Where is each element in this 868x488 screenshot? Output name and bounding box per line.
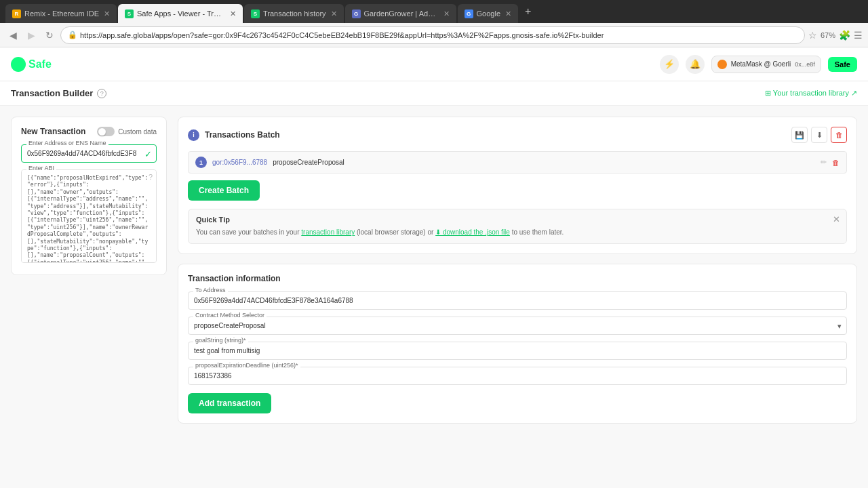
deadline-field: proposalExpirationDeadline (uint256)*: [188, 367, 847, 385]
browser-toolbar: ◀ ▶ ↻ 🔒 https://app.safe.global/apps/ope…: [0, 23, 868, 47]
safe-builder-tab-label: Safe Apps - Viewer - Trans...: [137, 9, 225, 18]
batch-info-icon: i: [188, 129, 199, 141]
tx-history-tab-label: Transaction history: [263, 9, 326, 18]
header-right: ⚡ 🔔 MetaMask @ Goerli 0x...e8f Safe: [660, 55, 857, 74]
quick-tip-library-link[interactable]: transaction library: [301, 228, 355, 236]
library-link[interactable]: ⊞ Your transaction library ↗: [765, 89, 857, 98]
address-check-icon: ✓: [144, 148, 152, 159]
transactions-batch-card: i Transactions Batch 💾 ⬇ 🗑 1 gor:0x56F9.…: [178, 117, 857, 254]
abi-field-label: Enter ABI: [26, 165, 56, 171]
remix-tab-label: Remix - Ethereum IDE: [24, 9, 99, 18]
info-icon-btn[interactable]: ?: [97, 89, 106, 98]
batch-delete-btn[interactable]: 🗑: [831, 127, 847, 143]
abi-input[interactable]: [{"name":"proposalNotExpired","type":"er…: [21, 169, 157, 263]
safe-logo-icon: [11, 57, 26, 72]
create-batch-btn[interactable]: Create Batch: [188, 180, 260, 201]
menu-btn[interactable]: ☰: [854, 30, 863, 41]
tx-delete-btn[interactable]: 🗑: [832, 159, 840, 167]
safe-header: Safe ⚡ 🔔 MetaMask @ Goerli 0x...e8f Safe: [0, 47, 868, 81]
address-field-group: Enter Address or ENS Name ✓: [21, 144, 157, 163]
browser-tab-google[interactable]: G Google ✕: [458, 4, 518, 23]
tx-edit-btn[interactable]: ✏: [821, 158, 827, 167]
zoom-level: 67%: [821, 31, 835, 39]
abi-help-icon[interactable]: ?: [149, 173, 153, 181]
transaction-info-title: Transaction information: [188, 274, 847, 283]
new-transaction-card: New Transaction Custom data Enter Addres…: [11, 117, 167, 275]
google-tab-label: Google: [477, 9, 500, 18]
transactions-batch-section: i Transactions Batch 💾 ⬇ 🗑 1 gor:0x56F9.…: [178, 117, 857, 488]
custom-data-toggle[interactable]: [97, 127, 115, 136]
method-label: Contract Method Selector: [193, 312, 267, 319]
browser-tab-remix[interactable]: R Remix - Ethereum IDE ✕: [5, 4, 117, 23]
transaction-info-card: Transaction information To Address Contr…: [178, 264, 857, 424]
metamask-text: MetaMask @ Goerli: [731, 60, 791, 68]
transaction-row: 1 gor:0x56F9...6788 proposeCreateProposa…: [188, 151, 847, 174]
safe-logo[interactable]: Safe: [11, 57, 52, 72]
new-transaction-panel: New Transaction Custom data Enter Addres…: [11, 117, 167, 488]
url-bar[interactable]: 🔒 https://app.safe.global/apps/open?safe…: [60, 26, 805, 44]
tx-address: gor:0x56F9...6788: [212, 159, 267, 166]
url-text: https://app.safe.global/apps/open?safe=g…: [80, 31, 797, 39]
custom-data-label: Custom data: [118, 128, 157, 136]
quick-tip-text: You can save your batches in your transa…: [196, 227, 839, 237]
add-transaction-btn[interactable]: Add transaction: [188, 393, 271, 413]
safe-builder-tab-close[interactable]: ✕: [230, 9, 236, 18]
browser-window: R Remix - Ethereum IDE ✕ S Safe Apps - V…: [0, 0, 868, 488]
quick-tip-download-link[interactable]: ⬇ download the .json file: [435, 228, 510, 236]
deadline-label: proposalExpirationDeadline (uint256)*: [193, 362, 300, 369]
browser-tab-tx-history[interactable]: S Transaction history ✕: [244, 4, 344, 23]
bookmark-btn[interactable]: ☆: [808, 30, 817, 41]
new-transaction-title: New Transaction: [21, 127, 85, 136]
to-address-input[interactable]: [188, 291, 847, 310]
browser-tab-safe-builder[interactable]: S Safe Apps - Viewer - Trans... ✕: [118, 4, 243, 23]
quick-tip-title: Quick Tip: [196, 216, 839, 224]
batch-title: Transactions Batch: [205, 130, 786, 140]
abi-toolbar: ?: [149, 173, 153, 181]
reload-btn[interactable]: ↻: [42, 28, 57, 43]
main-content: New Transaction Custom data Enter Addres…: [0, 106, 868, 488]
to-address-label: To Address: [193, 287, 228, 293]
extensions-btn[interactable]: 🧩: [839, 30, 850, 41]
back-btn[interactable]: ◀: [5, 28, 20, 43]
forward-btn[interactable]: ▶: [24, 28, 39, 43]
safe-app-icon[interactable]: ⚡: [660, 55, 679, 74]
page-header: Transaction Builder ? ⊞ Your transaction…: [0, 81, 868, 106]
garden-tab-close[interactable]: ✕: [443, 9, 450, 18]
goal-field: goalString (string)*: [188, 342, 847, 360]
browser-tab-garden[interactable]: G GardenGrower | Address D... ✕: [345, 4, 456, 23]
address-input[interactable]: [21, 144, 157, 163]
goal-input[interactable]: [188, 342, 847, 360]
safe-logo-text: Safe: [28, 58, 52, 70]
method-field: Contract Method Selector proposeCreatePr…: [188, 317, 847, 335]
toggle-knob: [98, 128, 106, 136]
safe-app: Safe ⚡ 🔔 MetaMask @ Goerli 0x...e8f Safe…: [0, 47, 868, 488]
abi-field-group: Enter ABI [{"name":"proposalNotExpired",…: [21, 169, 157, 265]
new-tab-btn[interactable]: +: [519, 5, 536, 18]
tx-history-tab-close[interactable]: ✕: [331, 9, 337, 18]
batch-download-btn[interactable]: ⬇: [811, 127, 827, 143]
metamask-btn[interactable]: MetaMask @ Goerli 0x...e8f: [711, 56, 821, 73]
remix-tab-close[interactable]: ✕: [104, 9, 110, 18]
tx-number: 1: [195, 157, 207, 168]
goal-field-label: goalString (string)*: [193, 337, 248, 344]
notification-btn[interactable]: 🔔: [686, 55, 705, 74]
quick-tip: ✕ Quick Tip You can save your batches in…: [188, 209, 847, 244]
google-tab-close[interactable]: ✕: [505, 9, 511, 18]
method-select[interactable]: proposeCreateProposal: [188, 317, 847, 335]
connect-btn[interactable]: Safe: [828, 57, 857, 72]
tx-method: proposeCreateProposal: [273, 159, 815, 166]
deadline-input[interactable]: [188, 367, 847, 385]
page-title: Transaction Builder: [11, 88, 93, 98]
garden-tab-label: GardenGrower | Address D...: [364, 9, 439, 18]
browser-tab-bar: R Remix - Ethereum IDE ✕ S Safe Apps - V…: [0, 0, 868, 23]
to-address-field: To Address: [188, 291, 847, 310]
quick-tip-close-btn[interactable]: ✕: [833, 214, 840, 224]
batch-save-btn[interactable]: 💾: [791, 127, 808, 143]
address-field-label: Enter Address or ENS Name: [26, 140, 108, 146]
lock-icon: 🔒: [68, 30, 77, 39]
